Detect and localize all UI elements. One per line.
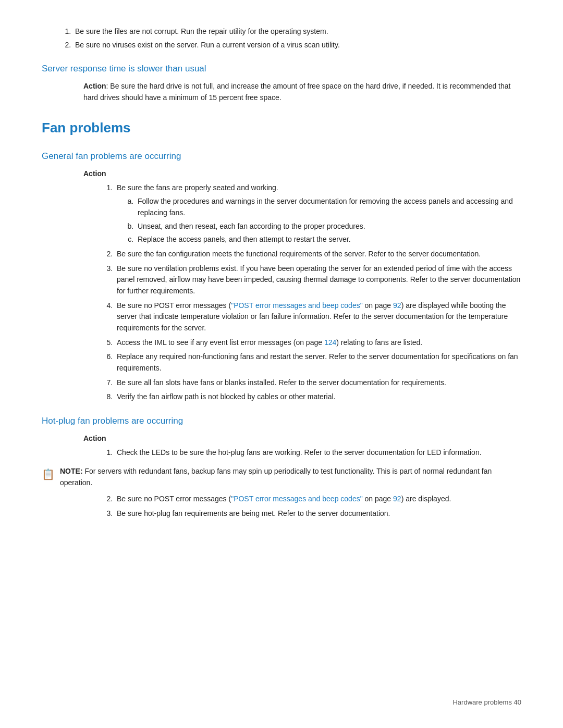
sub-list-item: Unseat, and then reseat, each fan accord…	[136, 221, 521, 232]
sub-list: Follow the procedures and warnings in th…	[136, 196, 521, 245]
list-item-text-before: Access the IML to see if any event list …	[117, 338, 324, 347]
footer-text: Hardware problems 40	[452, 698, 521, 706]
general-fan-list: Be sure the fans are properly seated and…	[115, 182, 521, 403]
list-item-text-middle: on page	[363, 301, 393, 310]
note-box: 📋 NOTE: For servers with redundant fans,…	[42, 466, 521, 488]
sub-list-item: Follow the procedures and warnings in th…	[136, 196, 521, 218]
server-response-section: Server response time is slower than usua…	[42, 62, 521, 103]
server-response-action: Action: Be sure the hard drive is not fu…	[83, 81, 521, 103]
general-fan-action-label: Action	[83, 168, 521, 180]
list-item-text: Be sure hot-plug fan requirements are be…	[117, 509, 390, 517]
note-label: NOTE:	[60, 467, 83, 475]
list-item-text: Be sure no viruses exist on the server. …	[75, 41, 340, 49]
sub-list-item-text: Unseat, and then reseat, each fan accord…	[138, 222, 365, 230]
list-item-text-after: ) are displayed.	[401, 495, 451, 503]
action-text: : Be sure the hard drive is not full, an…	[83, 82, 510, 102]
footer: Hardware problems 40	[452, 697, 521, 708]
list-item-text-after: ) relating to fans are listed.	[336, 338, 422, 347]
list-item: Check the LEDs to be sure the hot-plug f…	[115, 447, 521, 459]
list-item-text: Be sure all fan slots have fans or blank…	[117, 378, 446, 387]
list-item-text: Be sure the files are not corrupt. Run t…	[75, 27, 328, 35]
note-text: For servers with redundant fans, backup …	[60, 467, 492, 487]
fan-problems-section: Fan problems General fan problems are oc…	[42, 118, 521, 520]
list-item-text: Be sure the fan configuration meets the …	[117, 250, 481, 258]
post-error-link-2[interactable]: "POST error messages and beep codes"	[231, 495, 362, 503]
list-item: Be sure no POST error messages ("POST er…	[115, 300, 521, 334]
hotplug-fan-list-1: Check the LEDs to be sure the hot-plug f…	[115, 447, 521, 459]
list-item-text: Verify the fan airflow path is not block…	[117, 392, 335, 401]
list-item-text: Replace any required non-functioning fan…	[117, 352, 518, 372]
list-item: Be sure the files are not corrupt. Run t…	[73, 26, 521, 38]
fan-problems-heading: Fan problems	[42, 118, 521, 138]
hotplug-fan-action-label: Action	[83, 433, 521, 445]
list-item: Verify the fan airflow path is not block…	[115, 391, 521, 403]
list-item-text: Check the LEDs to be sure the hot-plug f…	[117, 448, 482, 456]
hotplug-fan-list-2: Be sure no POST error messages ("POST er…	[115, 493, 521, 519]
page-link-92[interactable]: 92	[393, 301, 401, 310]
general-fan-action-section: Action Be sure the fans are properly sea…	[83, 168, 521, 403]
list-item-text-middle: on page	[363, 495, 393, 503]
post-error-link-1[interactable]: "POST error messages and beep codes"	[231, 301, 362, 310]
hotplug-fan-action-section: Action Check the LEDs to be sure the hot…	[83, 433, 521, 459]
page-link-124[interactable]: 124	[324, 338, 336, 347]
sub-list-item-text: Replace the access panels, and then atte…	[138, 235, 351, 243]
hotplug-fan-heading: Hot-plug fan problems are occurring	[42, 414, 521, 428]
list-item: Replace any required non-functioning fan…	[115, 351, 521, 374]
note-icon: 📋	[42, 466, 55, 482]
note-content: NOTE: For servers with redundant fans, b…	[60, 466, 521, 488]
general-fan-heading: General fan problems are occurring	[42, 150, 521, 163]
list-item: Be sure the fans are properly seated and…	[115, 182, 521, 245]
hotplug-fan-section: Hot-plug fan problems are occurring Acti…	[42, 414, 521, 520]
page-link-92-2[interactable]: 92	[393, 495, 401, 503]
server-response-heading: Server response time is slower than usua…	[42, 62, 521, 76]
list-item: Be sure the fan configuration meets the …	[115, 249, 521, 260]
list-item: Be sure all fan slots have fans or blank…	[115, 377, 521, 389]
list-item: Be sure no viruses exist on the server. …	[73, 40, 521, 51]
action-label: Action	[83, 82, 106, 90]
sub-list-item-text: Follow the procedures and warnings in th…	[138, 197, 513, 217]
sub-list-item: Replace the access panels, and then atte…	[136, 234, 521, 245]
list-item: Be sure no ventilation problems exist. I…	[115, 263, 521, 297]
list-item: Access the IML to see if any event list …	[115, 337, 521, 349]
general-fan-section: General fan problems are occurring Actio…	[42, 150, 521, 403]
intro-list: Be sure the files are not corrupt. Run t…	[73, 26, 521, 51]
list-item-text: Be sure the fans are properly seated and…	[117, 183, 278, 192]
list-item: Be sure hot-plug fan requirements are be…	[115, 508, 521, 520]
list-item-text: Be sure no ventilation problems exist. I…	[117, 264, 520, 295]
hotplug-fan-action-section-2: Be sure no POST error messages ("POST er…	[83, 493, 521, 519]
list-item-text-before: Be sure no POST error messages (	[117, 301, 231, 310]
list-item: Be sure no POST error messages ("POST er…	[115, 493, 521, 505]
list-item-text-before: Be sure no POST error messages (	[117, 495, 231, 503]
